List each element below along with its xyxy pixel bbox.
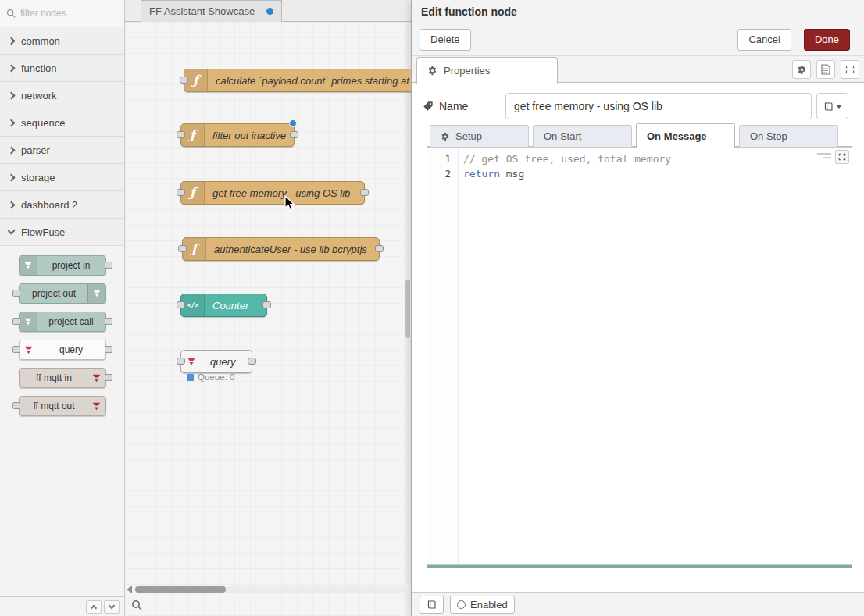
book-icon (427, 600, 437, 610)
node-port[interactable] (177, 358, 185, 365)
palette-search-input[interactable] (20, 8, 118, 19)
name-label: Name (423, 100, 505, 112)
node-settings-button[interactable] (792, 60, 811, 79)
node-port[interactable] (248, 358, 256, 365)
tray-header: Edit function node (412, 0, 864, 23)
collapse-categories-button[interactable] (86, 600, 102, 614)
palette-node-query[interactable]: query (19, 340, 106, 360)
palette-category-parser[interactable]: parser (0, 137, 124, 164)
label-options-button[interactable] (816, 93, 848, 119)
node-label: query (202, 356, 244, 368)
node-port[interactable] (262, 301, 271, 308)
code-editor-content[interactable]: // get OS free, used, total memory retur… (459, 148, 852, 181)
code-comment: // get OS free, used, total memory (463, 153, 671, 165)
node-port (105, 262, 112, 269)
horizontal-scrollbar-track[interactable] (135, 586, 406, 593)
done-button[interactable]: Done (804, 29, 850, 51)
doc-icon (821, 64, 830, 75)
flowfuse-icon (87, 397, 105, 415)
code-editor[interactable]: 1 2 // get OS free, used, total memory r… (427, 147, 852, 565)
node-port[interactable] (177, 301, 185, 308)
description-button[interactable] (816, 60, 835, 79)
node-label: calculate `payload.count` primes startin… (208, 75, 411, 87)
editor-resize-handle[interactable] (427, 565, 852, 568)
book-icon (823, 101, 834, 112)
function-node-get-free-memory[interactable]: ƒ get free memory - using OS lib (180, 181, 365, 205)
tab-on-stop[interactable]: On Stop (739, 125, 838, 147)
cancel-button[interactable]: Cancel (737, 29, 791, 51)
code-editor-gutter: 1 2 (427, 148, 459, 564)
palette-node-project-in[interactable]: project in (19, 255, 106, 276)
tag-icon (423, 101, 434, 112)
name-form-row: Name (412, 83, 864, 126)
tab-setup-label: Setup (455, 130, 482, 142)
node-port[interactable] (180, 77, 188, 84)
node-status: Queue: 0 (187, 372, 234, 382)
palette-category-common[interactable]: common (0, 27, 124, 55)
palette-category-dashboard2[interactable]: dashboard 2 (0, 191, 124, 219)
node-port[interactable] (375, 245, 384, 252)
name-label-text: Name (439, 100, 468, 112)
search-icon (131, 600, 142, 611)
node-port[interactable] (177, 189, 185, 196)
palette-category-network[interactable]: network (0, 82, 124, 109)
node-port[interactable] (360, 189, 369, 196)
node-port[interactable] (290, 131, 298, 138)
enabled-toggle-button[interactable]: Enabled (450, 596, 515, 614)
node-port[interactable] (177, 131, 185, 138)
palette-category-function[interactable]: function (0, 55, 124, 82)
flow-tab-label: FF Assistant Showcase (149, 5, 255, 17)
expand-dialog-button[interactable] (841, 60, 859, 79)
delete-button[interactable]: Delete (420, 29, 471, 51)
vertical-scrollbar-thumb[interactable] (405, 280, 410, 338)
palette-node-ff-mqtt-in[interactable]: ff mqtt in (19, 368, 106, 388)
tab-setup[interactable]: Setup (430, 125, 529, 147)
tab-properties[interactable]: Properties (416, 57, 558, 84)
expand-editor-button[interactable] (835, 150, 849, 164)
library-button[interactable] (420, 596, 444, 614)
horizontal-scrollbar[interactable] (127, 586, 406, 593)
expand-categories-button[interactable] (104, 600, 120, 614)
scroll-left-arrow-icon[interactable] (127, 586, 132, 593)
palette-node-label: ff mqtt in (36, 372, 72, 383)
function-node-authenticate-user[interactable]: ƒ authenticateUser - use lib bcryptjs (182, 237, 380, 261)
edit-tray: Edit function node Delete Cancel Done Pr… (411, 0, 864, 616)
node-port (12, 402, 20, 409)
palette-category-flowfuse[interactable]: FlowFuse (0, 219, 124, 246)
tray-toolbar: Delete Cancel Done (412, 23, 864, 56)
node-red-editor: common function network sequence parser … (0, 0, 864, 616)
node-label: get free memory - using OS lib (205, 187, 358, 199)
vertical-scrollbar[interactable] (405, 22, 411, 585)
palette-node-project-out[interactable]: project out (19, 283, 106, 304)
chevron-right-icon (8, 173, 16, 181)
palette-footer (0, 596, 124, 616)
counter-node[interactable]: </> Counter (180, 294, 267, 317)
horizontal-scrollbar-thumb[interactable] (135, 586, 226, 593)
node-label: Counter (205, 300, 256, 312)
tab-on-start[interactable]: On Start (533, 125, 632, 147)
palette-search[interactable] (0, 0, 124, 27)
tab-on-message[interactable]: On Message (636, 123, 735, 148)
category-label: FlowFuse (21, 226, 65, 238)
flow-tab[interactable]: FF Assistant Showcase (141, 0, 282, 22)
query-node[interactable]: query (180, 350, 252, 373)
expand-icon (838, 153, 846, 161)
canvas-search-button[interactable] (129, 597, 145, 613)
flow-canvas[interactable]: FF Assistant Showcase ƒ calculate `paylo… (125, 0, 411, 616)
workspace-grid[interactable] (125, 22, 411, 616)
palette-node-label: query (59, 344, 83, 355)
node-port[interactable] (178, 245, 187, 252)
category-label: parser (21, 144, 50, 156)
function-node-calculate-primes[interactable]: ƒ calculate `payload.count` primes start… (184, 69, 411, 92)
line-number: 1 (427, 151, 458, 166)
palette-category-sequence[interactable]: sequence (0, 109, 124, 137)
minimap-line (817, 153, 831, 155)
palette-category-storage[interactable]: storage (0, 164, 124, 191)
tray-title: Edit function node (421, 5, 517, 18)
function-node-filter-out-inactive[interactable]: ƒ filter out inactive (180, 123, 295, 147)
name-input[interactable] (505, 93, 812, 119)
modified-indicator (289, 119, 297, 127)
line-number: 2 (427, 166, 458, 181)
palette-node-ff-mqtt-out[interactable]: ff mqtt out (19, 396, 106, 416)
palette-node-project-call[interactable]: project call (19, 312, 106, 332)
